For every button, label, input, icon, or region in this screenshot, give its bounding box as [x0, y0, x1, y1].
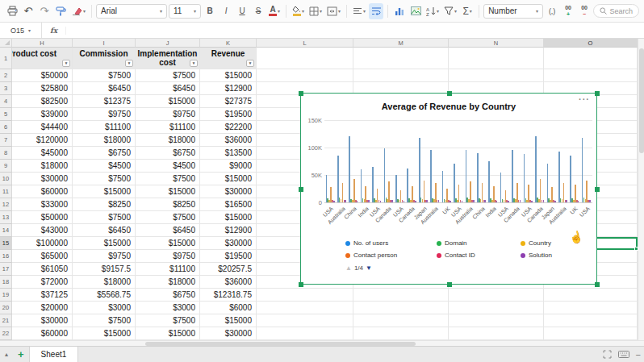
cell[interactable]: $19500	[200, 108, 257, 121]
cell[interactable]: $8250	[73, 198, 136, 211]
cell[interactable]: $15000	[200, 211, 257, 224]
cell[interactable]: $22200	[200, 121, 257, 134]
cell[interactable]: $15000	[200, 69, 257, 82]
cell[interactable]: $15000	[136, 237, 200, 250]
cell[interactable]: $7500	[73, 173, 136, 185]
cell[interactable]	[257, 289, 353, 302]
cell[interactable]	[449, 289, 544, 302]
cell[interactable]: $50000	[12, 211, 73, 224]
fill-handle[interactable]	[634, 247, 638, 251]
cell[interactable]: $7500	[136, 69, 200, 82]
font-family-select[interactable]: Arial ▾	[96, 4, 167, 19]
redo-button[interactable]: ↷	[37, 3, 52, 19]
filter-button[interactable]: ▾	[62, 60, 70, 67]
cell[interactable]: $4500	[73, 160, 136, 173]
functions-button[interactable]: Σ ▾	[460, 3, 475, 19]
cell[interactable]: $7500	[73, 69, 136, 82]
row-header-17[interactable]: 17	[0, 263, 12, 276]
row-header-5[interactable]: 5	[0, 108, 12, 121]
cell[interactable]	[449, 302, 544, 314]
chart-selection-handle[interactable]	[299, 282, 303, 287]
chart-selection-handle[interactable]	[595, 282, 600, 287]
text-color-button[interactable]: A ▾	[267, 3, 282, 19]
vertical-scrollbar-thumb[interactable]	[639, 48, 644, 153]
thousands-separator-button[interactable]: (,)	[545, 3, 559, 19]
cell[interactable]: $60000	[12, 327, 73, 340]
cell[interactable]: $9157.5	[73, 263, 136, 276]
cell[interactable]: $18000	[73, 134, 136, 147]
column-header-J[interactable]: J	[136, 39, 200, 48]
number-format-select[interactable]: Number ▾	[483, 4, 543, 19]
cell[interactable]: $30000	[200, 327, 257, 340]
legend-item[interactable]: Contact ID	[437, 252, 475, 259]
cell[interactable]: $27375	[200, 95, 257, 108]
cell[interactable]: $12900	[200, 82, 257, 95]
cell[interactable]	[353, 48, 449, 69]
cell[interactable]: $11100	[73, 121, 136, 134]
cell[interactable]	[544, 69, 638, 82]
cell[interactable]: $18000	[12, 160, 73, 173]
cell[interactable]	[353, 327, 449, 340]
cell[interactable]	[353, 302, 449, 314]
cell[interactable]	[449, 48, 544, 69]
cell[interactable]: $6750	[73, 147, 136, 160]
legend-page-up-icon[interactable]: ▲	[345, 264, 352, 272]
cell[interactable]	[449, 314, 544, 327]
increase-decimal-button[interactable]: 00+	[561, 3, 575, 19]
cell[interactable]: $72000	[12, 276, 73, 289]
filter-button[interactable]: ▾	[190, 60, 198, 67]
format-painter-button[interactable]	[53, 3, 68, 19]
cell[interactable]	[544, 48, 638, 69]
cell[interactable]: $15000	[73, 237, 136, 250]
filter-button[interactable]: ▾	[125, 60, 133, 67]
row-header-21[interactable]: 21	[0, 314, 12, 327]
legend-item[interactable]: Solution	[521, 252, 552, 259]
legend-item[interactable]: Domain	[437, 239, 467, 247]
cell[interactable]: $15000	[136, 327, 200, 340]
column-header-H[interactable]: H	[12, 39, 73, 48]
cell[interactable]: $7500	[73, 211, 136, 224]
cell[interactable]: $65000	[12, 250, 73, 263]
row-header-7[interactable]: 7	[0, 134, 12, 147]
row-header-15[interactable]: 15	[0, 237, 12, 250]
cell[interactable]	[257, 69, 353, 82]
cell[interactable]: $6450	[73, 82, 136, 95]
cell[interactable]: $60000	[12, 185, 73, 198]
cell[interactable]	[353, 289, 449, 302]
cell[interactable]: $3000	[73, 302, 136, 314]
zoom-out-icon[interactable]: −	[636, 350, 641, 360]
row-header-4[interactable]: 4	[0, 95, 12, 108]
sheet-list-icon[interactable]: ▴	[0, 351, 13, 358]
cell[interactable]: $18000	[136, 276, 200, 289]
cell[interactable]: $45000	[12, 147, 73, 160]
cell[interactable]: $6450	[73, 224, 136, 237]
formula-input[interactable]	[66, 23, 644, 38]
vertical-scrollbar[interactable]	[638, 39, 644, 340]
italic-button[interactable]: I	[219, 3, 233, 19]
legend-item[interactable]: No. of users	[345, 239, 388, 247]
legend-item[interactable]: Contact person	[345, 252, 397, 259]
cell[interactable]: $7500	[136, 211, 200, 224]
cell[interactable]: $15000	[200, 173, 257, 185]
cell[interactable]: $82500	[12, 95, 73, 108]
cell[interactable]: $4500	[136, 160, 200, 173]
cell[interactable]: $33000	[12, 198, 73, 211]
cell[interactable]: $6750	[136, 147, 200, 160]
legend-page-down-icon[interactable]: ▼	[366, 264, 372, 272]
cell[interactable]: $13500	[200, 147, 257, 160]
font-size-select[interactable]: 11 ▾	[169, 4, 201, 19]
chart-selection-handle[interactable]	[447, 282, 452, 287]
cell[interactable]: $11100	[136, 121, 200, 134]
undo-button[interactable]: ↶	[21, 3, 36, 19]
insert-chart-button[interactable]	[392, 3, 407, 19]
cell[interactable]: $19500	[200, 250, 257, 263]
row-header-22[interactable]: 22	[0, 327, 12, 340]
row-header-3[interactable]: 3	[0, 82, 12, 95]
cell[interactable]: $37125	[12, 289, 73, 302]
table-header-cell[interactable]: Implementation cost▾	[136, 48, 200, 69]
column-header-N[interactable]: N	[449, 39, 544, 48]
underline-button[interactable]: U	[235, 3, 249, 19]
cell[interactable]: $20257.5	[200, 263, 257, 276]
fullscreen-icon[interactable]	[603, 350, 612, 359]
filter-button-toolbar[interactable]: ▾	[442, 3, 458, 19]
